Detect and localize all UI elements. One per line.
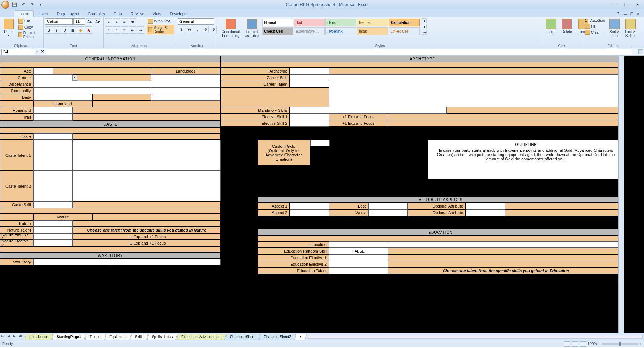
style-calculation[interactable]: Calculation xyxy=(389,19,420,26)
comma-button[interactable]: , xyxy=(194,26,201,33)
sheet-nav-prev[interactable]: ◀ xyxy=(7,334,12,339)
format-as-table-button[interactable]: Format as Table xyxy=(243,18,261,38)
style-explanatory[interactable]: Explanatory ... xyxy=(294,27,325,35)
insert-cells-button[interactable]: Insert xyxy=(544,18,558,34)
font-face-dropdown[interactable]: Calibri xyxy=(45,18,73,25)
input-mandatory-skills[interactable] xyxy=(290,107,447,114)
align-right-button[interactable]: ≡ xyxy=(121,26,128,34)
ribbon-restore-icon[interactable]: ❐ xyxy=(630,12,635,17)
sheet-tab-experience[interactable]: ExperienceAdvancement xyxy=(177,334,226,340)
underline-button[interactable]: U xyxy=(61,26,68,34)
style-good[interactable]: Good xyxy=(325,19,356,26)
input-age[interactable] xyxy=(33,68,53,74)
input-edu-elective-2[interactable] xyxy=(329,261,388,267)
zoom-out-button[interactable]: − xyxy=(598,342,600,346)
font-size-dropdown[interactable]: 11 xyxy=(73,18,85,25)
indent-inc-button[interactable]: ⇥ xyxy=(137,26,144,34)
input-caste-skill[interactable] xyxy=(33,201,73,208)
input-career-skill[interactable] xyxy=(290,74,329,81)
input-education[interactable] xyxy=(329,241,388,248)
input-nature-talent[interactable] xyxy=(33,227,73,233)
input-aspect-1[interactable] xyxy=(290,203,329,209)
align-top-button[interactable]: ≡ xyxy=(105,18,112,25)
align-center-button[interactable]: ≡ xyxy=(113,26,120,34)
styles-scroll-up[interactable]: ▴ xyxy=(422,18,427,23)
help-icon[interactable]: ? xyxy=(617,12,622,17)
qat-undo[interactable]: ↶ xyxy=(20,1,27,8)
maximize-button[interactable]: ❐ xyxy=(621,1,631,8)
sheet-tab-charsheet[interactable]: CharacterSheet xyxy=(225,334,260,340)
ribbon-minimize-icon[interactable]: — xyxy=(624,12,629,17)
wrap-text-button[interactable]: Wrap Text xyxy=(147,18,174,24)
input-opt-attr-2[interactable] xyxy=(466,209,505,216)
input-languages-2[interactable] xyxy=(151,81,220,87)
grow-font-button[interactable]: A▴ xyxy=(86,18,93,25)
styles-scroll-down[interactable]: ▾ xyxy=(422,24,427,29)
tab-data[interactable]: Data xyxy=(109,11,126,17)
value-edu-random[interactable]: FALSE xyxy=(329,248,388,254)
input-best[interactable] xyxy=(368,203,408,209)
name-box[interactable] xyxy=(1,49,35,55)
desc-education[interactable] xyxy=(388,241,624,248)
minimize-button[interactable]: — xyxy=(610,1,619,8)
styles-more[interactable]: ⋯ xyxy=(422,30,427,35)
conditional-formatting-button[interactable]: Conditional Formatting xyxy=(219,18,242,38)
italic-button[interactable]: I xyxy=(53,26,60,34)
sheet-nav-first[interactable]: ⏮ xyxy=(1,334,7,339)
input-languages-1[interactable] xyxy=(151,74,220,81)
tab-insert[interactable]: Insert xyxy=(34,11,53,17)
sheet-tab-talents[interactable]: Talents xyxy=(85,334,106,340)
input-archetype[interactable] xyxy=(290,68,329,74)
sheet-tab-charsheet2[interactable]: CharacterSheet2 xyxy=(259,334,296,340)
input-custom-gold[interactable] xyxy=(310,140,330,146)
sheet-tab-introduction[interactable]: Introduction xyxy=(25,334,53,340)
input-languages-3[interactable] xyxy=(151,87,220,94)
align-middle-button[interactable]: ≡ xyxy=(113,18,120,25)
orientation-button[interactable]: ↻ xyxy=(129,18,136,25)
input-appearance[interactable] xyxy=(33,81,151,87)
paste-button[interactable]: Paste▾ xyxy=(1,18,16,38)
clear-button[interactable]: Clear xyxy=(584,29,606,35)
qat-redo[interactable]: ↷ xyxy=(28,1,36,8)
input-homeland[interactable] xyxy=(33,107,73,114)
indent-dec-button[interactable]: ⇤ xyxy=(129,26,136,34)
tab-view[interactable]: View xyxy=(148,11,166,17)
style-input[interactable]: Input xyxy=(357,27,388,35)
fill-color-button[interactable]: ◆ xyxy=(77,26,84,34)
input-caste-talent-1[interactable] xyxy=(33,140,73,171)
input-aspect-2[interactable] xyxy=(290,209,329,216)
sheet-tab-skills[interactable]: Skills xyxy=(130,334,148,340)
align-left-button[interactable]: ≡ xyxy=(105,26,112,34)
input-worst[interactable] xyxy=(368,209,408,216)
qat-more[interactable]: ▾ xyxy=(37,1,44,8)
find-select-button[interactable]: Find & Select xyxy=(623,18,638,38)
input-edu-talent[interactable] xyxy=(329,267,388,274)
cut-button[interactable]: Cut xyxy=(17,18,42,24)
input-edu-elective-1[interactable] xyxy=(329,254,388,261)
input-nature-elective-1[interactable] xyxy=(33,233,73,240)
tab-formulas[interactable]: Formulas xyxy=(84,11,109,17)
style-bad[interactable]: Bad xyxy=(294,19,325,26)
horizontal-scrollbar[interactable] xyxy=(308,335,643,339)
desc-caste-talent-2[interactable] xyxy=(73,171,221,201)
border-button[interactable]: ▦ xyxy=(69,26,76,34)
sheet-nav-last[interactable]: ⏭ xyxy=(19,334,24,339)
input-war-story-2[interactable] xyxy=(112,259,221,265)
input-elective-skill-2[interactable] xyxy=(290,120,329,127)
style-check-cell[interactable]: Check Cell xyxy=(262,27,293,35)
input-personality[interactable] xyxy=(33,87,151,94)
style-normal[interactable]: Normal xyxy=(262,19,293,26)
worksheet-area[interactable]: GENERAL INFORMATION Age Languages Gender… xyxy=(0,56,644,333)
vertical-scrollbar[interactable] xyxy=(618,56,624,333)
input-trait[interactable] xyxy=(33,114,73,121)
tab-review[interactable]: Review xyxy=(126,11,148,17)
desc-career[interactable] xyxy=(329,74,624,107)
sheet-tab-startingpage1[interactable]: StartingPage1 xyxy=(52,334,86,340)
close-button[interactable]: ✕ xyxy=(633,1,643,8)
sheet-tab-new[interactable]: ✦ xyxy=(295,334,307,340)
percent-button[interactable]: % xyxy=(186,26,193,33)
input-opt-attr-1[interactable] xyxy=(466,203,505,209)
ribbon-close-icon[interactable]: ✕ xyxy=(637,12,642,17)
format-painter-button[interactable]: Format Painter xyxy=(17,30,42,39)
input-caste-talent-2[interactable] xyxy=(33,171,73,201)
